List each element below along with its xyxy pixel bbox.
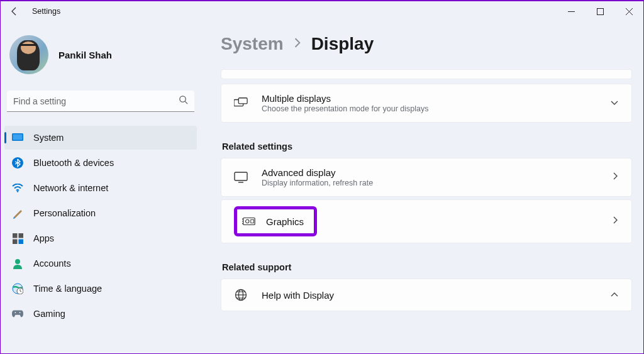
help-globe-icon bbox=[234, 288, 248, 302]
avatar bbox=[9, 35, 48, 74]
card-title: Advanced display bbox=[262, 167, 613, 178]
section-related-settings: Related settings bbox=[222, 141, 632, 152]
minimize-button[interactable] bbox=[557, 1, 586, 21]
nav-list: System Bluetooth & devices Network & int… bbox=[4, 126, 197, 326]
title-bar: Settings bbox=[1, 1, 643, 21]
card-subtitle: Display information, refresh rate bbox=[262, 179, 613, 187]
sidebar-item-bluetooth[interactable]: Bluetooth & devices bbox=[4, 151, 197, 175]
chevron-right-icon bbox=[613, 172, 619, 183]
svg-point-15 bbox=[15, 312, 16, 313]
card-title: Help with Display bbox=[262, 290, 610, 301]
chevron-right-icon bbox=[613, 216, 619, 227]
graphics-card-icon bbox=[242, 214, 256, 228]
svg-point-7 bbox=[17, 191, 19, 192]
card-previous-stub bbox=[221, 69, 632, 79]
person-icon bbox=[12, 258, 23, 269]
svg-point-12 bbox=[15, 259, 20, 264]
card-advanced-display[interactable]: Advanced display Display information, re… bbox=[221, 158, 632, 197]
svg-rect-18 bbox=[238, 98, 247, 104]
graphics-highlight: Graphics bbox=[234, 206, 317, 236]
search-icon bbox=[179, 95, 188, 107]
card-help-display[interactable]: Help with Display bbox=[221, 279, 632, 311]
chevron-down-icon bbox=[610, 97, 619, 109]
gamepad-icon bbox=[12, 308, 23, 319]
sidebar-item-label: Gaming bbox=[33, 309, 65, 319]
sidebar-item-label: Network & internet bbox=[33, 183, 108, 193]
svg-rect-11 bbox=[18, 239, 23, 244]
breadcrumb-parent[interactable]: System bbox=[221, 34, 284, 54]
svg-rect-8 bbox=[13, 233, 18, 238]
breadcrumb: System Display bbox=[221, 34, 632, 54]
sidebar-item-label: Apps bbox=[33, 233, 54, 243]
svg-rect-19 bbox=[235, 172, 247, 180]
profile-name: Pankil Shah bbox=[58, 50, 112, 60]
wifi-icon bbox=[12, 182, 23, 194]
window-controls bbox=[557, 1, 643, 21]
sidebar-item-label: System bbox=[33, 133, 64, 143]
sidebar-item-label: Personalization bbox=[33, 208, 96, 218]
svg-rect-23 bbox=[251, 219, 254, 223]
sidebar-item-gaming[interactable]: Gaming bbox=[4, 302, 197, 326]
bluetooth-icon bbox=[12, 157, 23, 169]
search-input[interactable] bbox=[13, 96, 179, 106]
apps-icon bbox=[12, 233, 23, 244]
sidebar-item-accounts[interactable]: Accounts bbox=[4, 252, 197, 275]
card-title: Graphics bbox=[266, 216, 304, 227]
multiple-displays-icon bbox=[234, 96, 248, 110]
system-icon bbox=[12, 132, 23, 143]
chevron-right-icon bbox=[294, 37, 301, 52]
card-title: Multiple displays bbox=[262, 93, 610, 104]
globe-clock-icon bbox=[12, 283, 23, 294]
svg-rect-1 bbox=[597, 8, 603, 14]
sidebar-item-time-language[interactable]: Time & language bbox=[4, 277, 197, 301]
sidebar-item-label: Accounts bbox=[33, 258, 71, 268]
sidebar-item-network[interactable]: Network & internet bbox=[4, 176, 197, 200]
sidebar-item-personalization[interactable]: Personalization bbox=[4, 201, 197, 225]
svg-rect-5 bbox=[13, 135, 23, 140]
sidebar-item-label: Time & language bbox=[33, 284, 102, 294]
chevron-up-icon bbox=[610, 289, 619, 301]
svg-point-16 bbox=[19, 312, 21, 313]
maximize-button[interactable] bbox=[586, 1, 614, 21]
sidebar-item-system[interactable]: System bbox=[4, 126, 197, 150]
section-related-support: Related support bbox=[222, 262, 632, 272]
window-title: Settings bbox=[32, 7, 60, 16]
search-box[interactable] bbox=[7, 91, 194, 112]
close-button[interactable] bbox=[614, 1, 643, 21]
breadcrumb-current: Display bbox=[311, 34, 374, 54]
svg-line-3 bbox=[185, 101, 187, 104]
paintbrush-icon bbox=[12, 207, 23, 219]
main-content: System Display Multiple displays Choose … bbox=[201, 21, 643, 354]
card-multiple-displays[interactable]: Multiple displays Choose the presentatio… bbox=[221, 84, 632, 123]
monitor-icon bbox=[234, 170, 248, 184]
sidebar-item-label: Bluetooth & devices bbox=[33, 158, 114, 168]
sidebar: Pankil Shah System Bluetooth & devices bbox=[1, 21, 201, 354]
svg-point-2 bbox=[180, 96, 186, 102]
svg-rect-10 bbox=[13, 239, 18, 244]
profile-block[interactable]: Pankil Shah bbox=[4, 29, 197, 87]
svg-point-22 bbox=[246, 219, 250, 223]
card-graphics[interactable]: Graphics bbox=[221, 199, 632, 243]
svg-rect-9 bbox=[18, 233, 23, 238]
sidebar-item-apps[interactable]: Apps bbox=[4, 226, 197, 250]
back-button[interactable] bbox=[8, 5, 21, 18]
card-subtitle: Choose the presentation mode for your di… bbox=[262, 104, 610, 113]
